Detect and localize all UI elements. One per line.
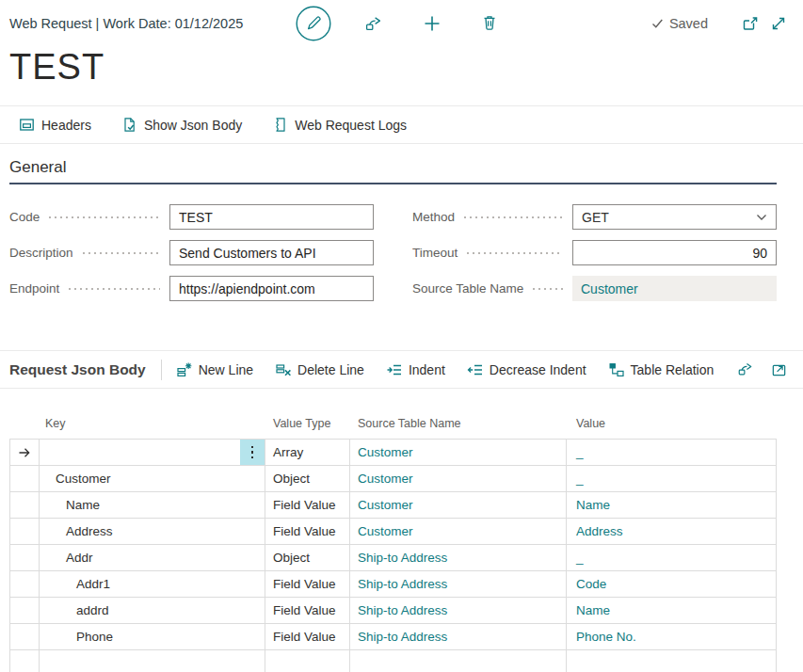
cell-source-table: Customer — [350, 466, 567, 491]
action-headers[interactable]: Headers — [19, 117, 91, 133]
row-selector[interactable] — [9, 492, 40, 518]
source-table-link[interactable]: Customer — [358, 524, 413, 538]
decrease-indent-button[interactable]: Decrease Indent — [467, 361, 586, 378]
cell-value-type[interactable]: Array — [265, 440, 350, 465]
field-endpoint: Endpoint — [9, 276, 374, 301]
share-icon[interactable] — [363, 14, 383, 34]
cell-value-type[interactable] — [265, 650, 350, 672]
description-input[interactable] — [169, 240, 374, 265]
part-share-icon[interactable] — [736, 360, 754, 378]
dotted-leader — [47, 216, 160, 218]
cell-value: Code — [567, 571, 777, 597]
key-text: Name — [40, 498, 100, 512]
cell-value-type[interactable]: Object — [265, 466, 350, 491]
source-table-link[interactable]: Ship-to Address — [358, 577, 447, 591]
grid-header: Key Value Type Source Table Name Value — [9, 389, 777, 439]
source-table-link[interactable]: Customer — [358, 445, 413, 459]
table-relation-button[interactable]: Table Relation — [608, 361, 715, 378]
delete-icon[interactable] — [480, 13, 499, 33]
cell-key[interactable]: Name — [40, 492, 265, 518]
value-link[interactable]: Name — [576, 498, 610, 512]
description-label: Description — [9, 246, 73, 260]
dotted-leader — [465, 252, 563, 254]
table-row: ArrayCustomer_ — [9, 439, 777, 465]
form-window-icon — [19, 117, 35, 133]
cell-value-type[interactable]: Field Value — [265, 492, 350, 518]
cell-value-type[interactable]: Field Value — [265, 598, 350, 623]
row-selector[interactable] — [9, 598, 40, 623]
cell-value-type[interactable]: Field Value — [265, 571, 350, 597]
new-line-label: New Line — [199, 362, 253, 377]
value-link[interactable]: _ — [576, 551, 584, 565]
row-selector[interactable] — [9, 650, 40, 672]
cell-key[interactable]: Address — [40, 519, 265, 544]
timeout-input[interactable] — [572, 240, 777, 265]
decrease-indent-icon — [467, 361, 484, 378]
add-icon[interactable] — [422, 13, 442, 34]
value-link[interactable]: Code — [576, 577, 606, 591]
row-selector[interactable] — [9, 466, 40, 491]
cell-key[interactable]: Customer — [40, 466, 265, 491]
new-line-button[interactable]: New Line — [176, 361, 253, 378]
cell-value: _ — [567, 545, 777, 570]
cell-key[interactable]: Addr1 — [40, 571, 265, 597]
row-selector[interactable] — [9, 624, 40, 649]
popout-icon[interactable] — [741, 15, 760, 33]
action-web-request-logs[interactable]: Web Request Logs — [272, 117, 407, 133]
value-link[interactable]: _ — [576, 472, 584, 486]
indent-button[interactable]: Indent — [386, 361, 445, 378]
resize-icon[interactable] — [769, 15, 788, 33]
request-json-body-grid: Key Value Type Source Table Name Value A… — [9, 389, 777, 672]
cell-value: Phone No. — [567, 624, 777, 649]
value-link[interactable]: Phone No. — [576, 630, 636, 644]
delete-line-icon — [275, 361, 292, 378]
code-input[interactable] — [169, 204, 374, 230]
method-label: Method — [412, 210, 455, 224]
cell-value-type[interactable]: Field Value — [265, 624, 350, 649]
save-status: Saved — [651, 0, 708, 47]
key-text: Address — [40, 524, 113, 538]
cell-key[interactable]: Phone — [40, 624, 265, 649]
source-table-link[interactable]: Ship-to Address — [358, 603, 447, 617]
grid-body: ArrayCustomer_CustomerObjectCustomer_Nam… — [9, 439, 777, 672]
row-selector[interactable] — [9, 571, 40, 597]
cell-key[interactable]: Addr — [40, 545, 265, 570]
row-selector[interactable] — [9, 545, 40, 570]
delete-line-button[interactable]: Delete Line — [275, 361, 364, 378]
part-popout-icon[interactable] — [770, 361, 788, 378]
cell-key[interactable]: addrd — [40, 598, 265, 623]
method-dropdown[interactable]: GET — [572, 204, 777, 230]
cell-key[interactable] — [40, 650, 265, 672]
row-selector-current[interactable] — [9, 440, 40, 465]
value-link[interactable]: _ — [576, 445, 584, 459]
field-description: Description — [9, 240, 374, 265]
cell-value-type[interactable]: Field Value — [265, 519, 350, 544]
table-row — [9, 649, 777, 672]
cell-source-table: Ship-to Address — [350, 598, 567, 623]
action-headers-label: Headers — [41, 118, 91, 133]
field-source-table-name: Source Table Name Customer — [412, 276, 777, 301]
source-table-link[interactable]: Customer — [358, 472, 413, 486]
value-link[interactable]: Name — [576, 603, 610, 617]
action-show-json-body[interactable]: Show Json Body — [121, 117, 242, 133]
source-table-link[interactable]: Ship-to Address — [358, 551, 447, 565]
cell-context-menu[interactable] — [240, 440, 265, 465]
source-table-link[interactable]: Customer — [358, 498, 413, 512]
value-link[interactable]: Address — [576, 524, 623, 538]
cell-value-type[interactable]: Object — [265, 545, 350, 570]
table-row: NameField ValueCustomerName — [9, 491, 777, 518]
cell-source-table: Customer — [350, 440, 567, 465]
endpoint-input[interactable] — [169, 276, 374, 301]
edit-pencil-icon[interactable] — [296, 6, 331, 41]
cell-key[interactable] — [40, 440, 265, 465]
table-row: CustomerObjectCustomer_ — [9, 465, 777, 491]
decrease-indent-label: Decrease Indent — [490, 362, 586, 377]
table-row: addrdField ValueShip-to AddressName — [9, 597, 777, 623]
row-selector[interactable] — [9, 519, 40, 544]
new-line-icon — [176, 361, 193, 378]
source-table-link[interactable]: Ship-to Address — [358, 630, 447, 644]
dotted-leader — [531, 288, 563, 290]
page-caption: Web Request | Work Date: 01/12/2025 — [9, 0, 243, 47]
toolbar-separator — [161, 360, 162, 380]
endpoint-label: Endpoint — [9, 281, 59, 296]
